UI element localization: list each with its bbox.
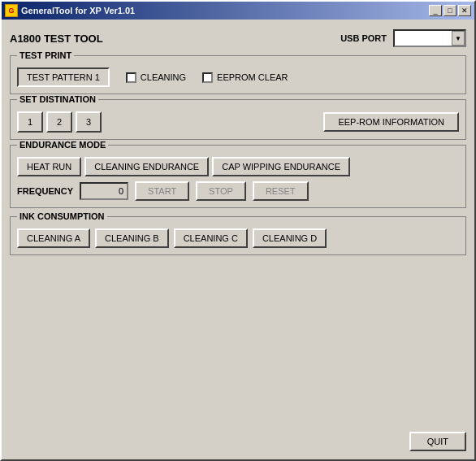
heat-run-button[interactable]: HEAT RUN (17, 157, 81, 176)
quit-button[interactable]: QUIT (409, 432, 466, 451)
cleaning-c-button[interactable]: CLEANING C (174, 228, 248, 248)
reset-button[interactable]: RESET (253, 181, 309, 201)
cleaning-checkbox[interactable] (126, 72, 136, 83)
dest-buttons: 1 2 3 (17, 111, 102, 133)
eeprom-checkbox-row: EEPROM CLEAR (202, 72, 288, 83)
usb-label: USB PORT (340, 33, 387, 43)
endurance-mode-group: ENDURANCE MODE HEAT RUN CLEANING ENDURAN… (10, 145, 466, 208)
top-row: A1800 TEST TOOL USB PORT ▼ (10, 26, 466, 50)
usb-row: USB PORT ▼ (340, 29, 466, 47)
set-destination-group: SET DISTINATION 1 2 3 EEP-ROM INFORMATIO… (10, 99, 466, 140)
cleaning-d-button[interactable]: CLEANING D (253, 228, 327, 248)
test-print-label: TEST PRINT (17, 50, 74, 60)
close-button[interactable]: ✕ (458, 5, 471, 16)
endurance-content: HEAT RUN CLEANING ENDURANCE CAP WIPPING … (17, 157, 459, 176)
main-window: G GeneralTool for XP Ver1.01 _ □ ✕ A1800… (0, 0, 476, 461)
dest-button-2[interactable]: 2 (46, 111, 72, 133)
set-destination-label: SET DISTINATION (17, 94, 98, 104)
usb-select-wrapper: ▼ (393, 29, 466, 47)
ink-consumption-label: INK CONSUMPTION (17, 211, 107, 221)
title-bar: G GeneralTool for XP Ver1.01 _ □ ✕ (2, 2, 474, 20)
dest-button-1[interactable]: 1 (17, 111, 43, 133)
title-buttons: _ □ ✕ (429, 5, 471, 16)
bottom-row: QUIT (10, 428, 466, 453)
cleaning-label: CLEANING (141, 72, 186, 82)
test-print-group: TEST PRINT TEST PATTERN 1 CLEANING EEPRO… (10, 55, 466, 94)
eeprom-clear-label: EEPROM CLEAR (217, 72, 288, 82)
frequency-label: FREQUENCY (17, 186, 73, 196)
app-icon: G (5, 4, 18, 17)
start-button[interactable]: START (135, 181, 189, 201)
cleaning-a-button[interactable]: CLEANING A (17, 228, 90, 248)
eeprom-clear-checkbox[interactable] (202, 72, 213, 83)
minimize-button[interactable]: _ (429, 5, 442, 16)
frequency-row: FREQUENCY START STOP RESET (17, 181, 459, 201)
maximize-button[interactable]: □ (444, 5, 457, 16)
cleaning-checkbox-row: CLEANING (126, 72, 186, 83)
endurance-mode-label: ENDURANCE MODE (17, 140, 108, 150)
ink-content: CLEANING A CLEANING B CLEANING C CLEANIN… (17, 228, 459, 248)
test-print-content: TEST PATTERN 1 CLEANING EEPROM CLEAR (17, 67, 459, 87)
app-title: A1800 TEST TOOL (10, 33, 103, 45)
set-dest-content: 1 2 3 EEP-ROM INFORMATION (17, 111, 459, 133)
usb-port-select[interactable] (393, 29, 466, 47)
cleaning-b-button[interactable]: CLEANING B (95, 228, 169, 248)
stop-button[interactable]: STOP (196, 181, 246, 201)
test-pattern-button[interactable]: TEST PATTERN 1 (17, 67, 110, 87)
dest-button-3[interactable]: 3 (76, 111, 102, 133)
eeprom-information-button[interactable]: EEP-ROM INFORMATION (323, 112, 459, 132)
frequency-input[interactable] (80, 182, 128, 200)
cap-wipping-endurance-button[interactable]: CAP WIPPING ENDURANCE (212, 157, 350, 176)
window-content: A1800 TEST TOOL USB PORT ▼ TEST PRINT TE… (2, 20, 474, 459)
ink-consumption-group: INK CONSUMPTION CLEANING A CLEANING B CL… (10, 216, 466, 255)
window-title: GeneralTool for XP Ver1.01 (21, 6, 135, 15)
cleaning-endurance-button[interactable]: CLEANING ENDURANCE (84, 157, 209, 176)
